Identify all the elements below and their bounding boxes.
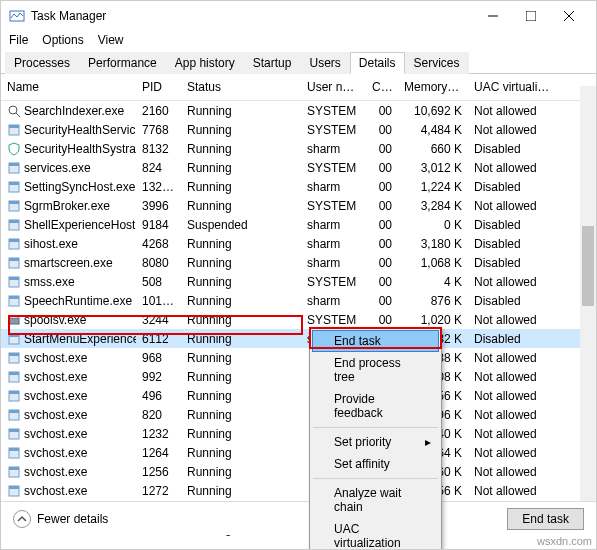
proc-cpu: 00 [366,103,398,119]
proc-status: Running [181,122,301,138]
proc-pid: 1256 [136,464,181,480]
proc-uac: Not allowed [468,274,558,290]
proc-status: Running [181,236,301,252]
proc-mem: 1,020 K [398,312,468,328]
table-row[interactable]: SettingSyncHost.exe13292Runningsharm001,… [1,177,596,196]
proc-user: sharm [301,293,366,309]
vertical-scrollbar[interactable] [580,86,596,501]
table-row[interactable]: svchost.exe1272Running1,456 KNot allowed [1,481,596,500]
process-icon [7,484,21,498]
proc-mem: 0 K [398,217,468,233]
table-row[interactable]: svchost.exe496Running11,456 KNot allowed [1,386,596,405]
table-row[interactable]: svchost.exe968Running188 KNot allowed [1,348,596,367]
proc-cpu: 00 [366,179,398,195]
maximize-button[interactable] [512,1,550,31]
proc-pid: 8132 [136,141,181,157]
proc-uac: Not allowed [468,312,558,328]
tab-details[interactable]: Details [350,52,405,74]
menu-file[interactable]: File [9,33,28,47]
proc-cpu: 00 [366,217,398,233]
col-cpu[interactable]: CPU [366,74,398,100]
col-uac[interactable]: UAC virtualizati... [468,74,558,100]
menu-uac[interactable]: UAC virtualization [312,518,439,550]
proc-user: SYSTEM [301,274,366,290]
proc-pid: 6112 [136,331,181,347]
svg-rect-12 [9,182,19,185]
tab-startup[interactable]: Startup [244,52,301,74]
table-row[interactable]: spoolsv.exe3244RunningSYSTEM001,020 KNot… [1,310,596,329]
table-row[interactable]: SecurityHealthServic...7768RunningSYSTEM… [1,120,596,139]
menu-view[interactable]: View [98,33,124,47]
proc-status: Running [181,464,301,480]
col-status[interactable]: Status [181,74,301,100]
proc-user: SYSTEM [301,198,366,214]
col-name[interactable]: Name [1,74,136,100]
process-icon [7,465,21,479]
scrollbar-thumb[interactable] [582,226,594,306]
fewer-details-button[interactable]: Fewer details [13,510,108,528]
tab-performance[interactable]: Performance [79,52,166,74]
tab-processes[interactable]: Processes [5,52,79,74]
proc-mem: 4,484 K [398,122,468,138]
table-row[interactable]: StartMenuExperience...6112Runningsharm00… [1,329,596,348]
end-task-button[interactable]: End task [507,508,584,530]
menu-set-affinity[interactable]: Set affinity [312,453,439,475]
proc-pid: 7768 [136,122,181,138]
process-rows: SearchIndexer.exe2160RunningSYSTEM0010,6… [1,101,596,538]
proc-name: services.exe [24,161,91,175]
table-row[interactable]: smartscreen.exe8080Runningsharm001,068 K… [1,253,596,272]
table-row[interactable]: SearchIndexer.exe2160RunningSYSTEM0010,6… [1,101,596,120]
table-row[interactable]: services.exe824RunningSYSTEM003,012 KNot… [1,158,596,177]
window-title: Task Manager [31,9,474,23]
proc-cpu: 00 [366,293,398,309]
menu-wait-chain[interactable]: Analyze wait chain [312,482,439,518]
proc-pid: 1264 [136,445,181,461]
menu-options[interactable]: Options [42,33,83,47]
table-row[interactable]: SecurityHealthSystray...8132Runningsharm… [1,139,596,158]
proc-name: svchost.exe [24,465,87,479]
tab-users[interactable]: Users [300,52,349,74]
col-pid[interactable]: PID [136,74,181,100]
process-icon [7,237,21,251]
table-row[interactable]: ShellExperienceHost...9184Suspendedsharm… [1,215,596,234]
table-row[interactable]: sihost.exe4268Runningsharm003,180 KDisab… [1,234,596,253]
menu-set-priority[interactable]: Set priority▸ [312,431,439,453]
proc-name: SgrmBroker.exe [24,199,110,213]
proc-cpu: 00 [366,236,398,252]
proc-status: Running [181,179,301,195]
table-row[interactable]: smss.exe508RunningSYSTEM004 KNot allowed [1,272,596,291]
table-row[interactable]: svchost.exe1264Running364 KNot allowed [1,443,596,462]
menu-end-tree[interactable]: End process tree [312,352,439,388]
proc-pid: 10104 [136,293,181,309]
table-row[interactable]: SgrmBroker.exe3996RunningSYSTEM003,284 K… [1,196,596,215]
proc-pid: 820 [136,407,181,423]
table-row[interactable]: SpeechRuntime.exe10104Runningsharm00876 … [1,291,596,310]
col-user[interactable]: User name [301,74,366,100]
proc-name: SecurityHealthServic... [24,123,136,137]
col-mem[interactable]: Memory (ac... [398,74,468,100]
proc-status: Running [181,369,301,385]
proc-mem: 3,180 K [398,236,468,252]
proc-name: SearchIndexer.exe [24,104,124,118]
svg-rect-2 [526,11,536,21]
menu-feedback[interactable]: Provide feedback [312,388,439,424]
svg-rect-26 [11,315,17,318]
process-icon [7,123,21,137]
close-button[interactable] [550,1,588,31]
menu-end-task[interactable]: End task [312,330,439,352]
tab-app-history[interactable]: App history [166,52,244,74]
table-row[interactable]: svchost.exe1256Running660 KNot allowed [1,462,596,481]
column-headers: Name PID Status User name CPU Memory (ac… [1,74,596,101]
table-row[interactable]: svchost.exe1232Running440 KNot allowed [1,424,596,443]
proc-uac: Not allowed [468,122,558,138]
proc-uac: Not allowed [468,369,558,385]
table-row[interactable]: svchost.exe820Running1,096 KNot allowed [1,405,596,424]
minimize-button[interactable] [474,1,512,31]
svg-rect-20 [9,258,19,261]
proc-name: svchost.exe [24,408,87,422]
table-row[interactable]: svchost.exe992Running23,008 KNot allowed [1,367,596,386]
proc-cpu: 00 [366,274,398,290]
proc-uac: Disabled [468,293,558,309]
proc-pid: 13292 [136,179,181,195]
tab-services[interactable]: Services [405,52,469,74]
